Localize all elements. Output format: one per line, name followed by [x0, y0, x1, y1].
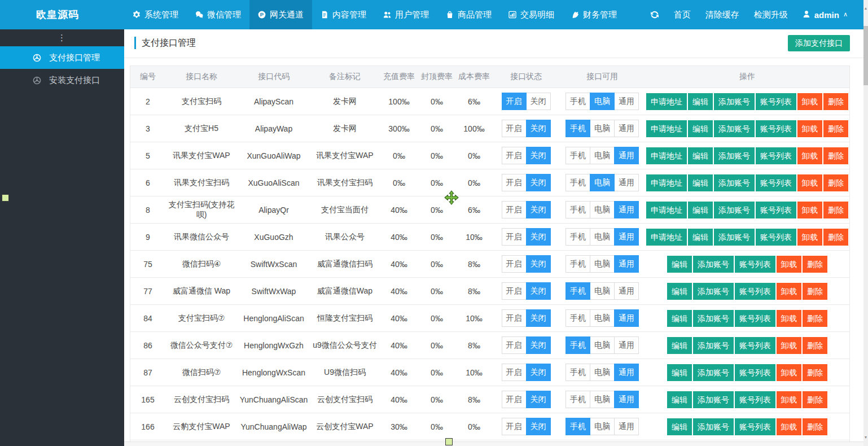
- device-mobile-button[interactable]: 手机: [565, 309, 590, 327]
- status-off-button[interactable]: 关闭: [526, 364, 551, 381]
- nav-link-home[interactable]: 首页: [674, 10, 691, 20]
- device-common-button[interactable]: 通用: [614, 228, 639, 246]
- device-mobile-button[interactable]: 手机: [565, 93, 590, 110]
- uninstall-button[interactable]: 卸载: [797, 174, 822, 191]
- device-pc-button[interactable]: 电脑: [590, 255, 615, 273]
- add-account-button[interactable]: 添加账号: [693, 256, 734, 273]
- account-list-button[interactable]: 账号列表: [735, 310, 775, 327]
- device-mobile-button[interactable]: 手机: [565, 336, 590, 354]
- uninstall-button[interactable]: 卸载: [777, 283, 801, 300]
- uninstall-button[interactable]: 卸载: [797, 147, 822, 164]
- edit-button[interactable]: 编辑: [688, 93, 713, 110]
- apply-url-button[interactable]: 申请地址: [646, 229, 687, 246]
- status-on-button[interactable]: 开启: [502, 336, 527, 354]
- edit-button[interactable]: 编辑: [667, 391, 692, 408]
- uninstall-button[interactable]: 卸载: [777, 364, 801, 381]
- status-on-button[interactable]: 开启: [502, 255, 527, 273]
- account-list-button[interactable]: 账号列表: [735, 256, 775, 273]
- device-pc-button[interactable]: 电脑: [590, 418, 615, 435]
- device-common-button[interactable]: 通用: [614, 282, 639, 300]
- account-list-button[interactable]: 账号列表: [735, 283, 775, 300]
- edit-button[interactable]: 编辑: [667, 337, 692, 354]
- edit-button[interactable]: 编辑: [667, 364, 692, 381]
- apply-url-button[interactable]: 申请地址: [646, 202, 687, 218]
- delete-button[interactable]: 删除: [803, 391, 827, 408]
- status-on-button[interactable]: 开启: [502, 309, 527, 327]
- add-account-button[interactable]: 添加账号: [714, 202, 755, 218]
- scroll-up-arrow-icon[interactable]: ▲: [863, 6, 868, 11]
- selection-handle-left[interactable]: [2, 194, 9, 202]
- add-account-button[interactable]: 添加账号: [693, 283, 734, 300]
- delete-button[interactable]: 删除: [823, 174, 848, 191]
- device-common-button[interactable]: 通用: [614, 336, 639, 354]
- status-on-button[interactable]: 开启: [502, 174, 527, 191]
- device-mobile-button[interactable]: 手机: [565, 391, 590, 408]
- nav-link-clear-cache[interactable]: 清除缓存: [705, 10, 739, 20]
- account-list-button[interactable]: 账号列表: [756, 229, 796, 246]
- edit-button[interactable]: 编辑: [688, 120, 713, 137]
- status-on-button[interactable]: 开启: [502, 93, 527, 110]
- status-off-button[interactable]: 关闭: [526, 418, 551, 435]
- user-menu[interactable]: admin ∧: [803, 10, 848, 20]
- status-off-button[interactable]: 关闭: [526, 120, 551, 137]
- delete-button[interactable]: 删除: [803, 418, 827, 435]
- edit-button[interactable]: 编辑: [688, 147, 713, 164]
- delete-button[interactable]: 删除: [823, 229, 848, 246]
- selection-handle-bottom[interactable]: [445, 438, 453, 445]
- account-list-button[interactable]: 账号列表: [756, 147, 796, 164]
- account-list-button[interactable]: 账号列表: [735, 391, 775, 408]
- device-common-button[interactable]: 通用: [614, 364, 639, 381]
- account-list-button[interactable]: 账号列表: [756, 174, 796, 191]
- delete-button[interactable]: 删除: [803, 364, 827, 381]
- device-common-button[interactable]: 通用: [614, 255, 639, 273]
- sidebar-collapse-icon[interactable]: ⋮: [0, 29, 124, 46]
- delete-button[interactable]: 删除: [803, 337, 827, 354]
- device-common-button[interactable]: 通用: [614, 201, 639, 218]
- device-pc-button[interactable]: 电脑: [590, 201, 615, 218]
- status-off-button[interactable]: 关闭: [526, 309, 551, 327]
- status-on-button[interactable]: 开启: [502, 147, 527, 164]
- add-account-button[interactable]: 添加账号: [714, 229, 755, 246]
- delete-button[interactable]: 删除: [823, 93, 848, 110]
- delete-button[interactable]: 删除: [803, 283, 827, 300]
- uninstall-button[interactable]: 卸载: [777, 418, 801, 435]
- device-mobile-button[interactable]: 手机: [565, 255, 590, 273]
- uninstall-button[interactable]: 卸载: [797, 93, 822, 110]
- status-on-button[interactable]: 开启: [502, 364, 527, 381]
- account-list-button[interactable]: 账号列表: [735, 418, 775, 435]
- add-account-button[interactable]: 添加账号: [714, 93, 755, 110]
- device-mobile-button[interactable]: 手机: [565, 120, 590, 137]
- device-pc-button[interactable]: 电脑: [590, 336, 615, 354]
- account-list-button[interactable]: 账号列表: [756, 93, 796, 110]
- edit-button[interactable]: 编辑: [688, 229, 713, 246]
- status-off-button[interactable]: 关闭: [526, 147, 551, 164]
- edit-button[interactable]: 编辑: [688, 202, 713, 218]
- uninstall-button[interactable]: 卸载: [797, 229, 822, 246]
- status-off-button[interactable]: 关闭: [526, 201, 551, 218]
- add-payment-interface-button[interactable]: 添加支付接口: [788, 35, 850, 51]
- add-account-button[interactable]: 添加账号: [693, 418, 734, 435]
- status-on-button[interactable]: 开启: [502, 282, 527, 300]
- apply-url-button[interactable]: 申请地址: [646, 147, 687, 164]
- device-common-button[interactable]: 通用: [614, 93, 639, 110]
- device-pc-button[interactable]: 电脑: [590, 391, 615, 408]
- device-mobile-button[interactable]: 手机: [565, 201, 590, 218]
- nav-link-check-upgrade[interactable]: 检测升级: [754, 10, 788, 20]
- nav-item-shop[interactable]: 商品管理: [437, 0, 500, 29]
- edit-button[interactable]: 编辑: [667, 418, 692, 435]
- status-on-button[interactable]: 开启: [502, 418, 527, 435]
- edit-button[interactable]: 编辑: [667, 256, 692, 273]
- add-account-button[interactable]: 添加账号: [693, 337, 734, 354]
- delete-button[interactable]: 删除: [823, 120, 848, 137]
- device-common-button[interactable]: 通用: [614, 147, 639, 164]
- status-on-button[interactable]: 开启: [502, 391, 527, 408]
- status-off-button[interactable]: 关闭: [526, 228, 551, 246]
- nav-item-users[interactable]: 用户管理: [375, 0, 437, 29]
- uninstall-button[interactable]: 卸载: [777, 391, 801, 408]
- vertical-scrollbar[interactable]: ▲ ▼: [863, 0, 868, 446]
- uninstall-button[interactable]: 卸载: [777, 256, 801, 273]
- delete-button[interactable]: 删除: [823, 202, 848, 218]
- status-off-button[interactable]: 关闭: [526, 391, 551, 408]
- uninstall-button[interactable]: 卸载: [777, 310, 801, 327]
- status-off-button[interactable]: 关闭: [526, 93, 551, 110]
